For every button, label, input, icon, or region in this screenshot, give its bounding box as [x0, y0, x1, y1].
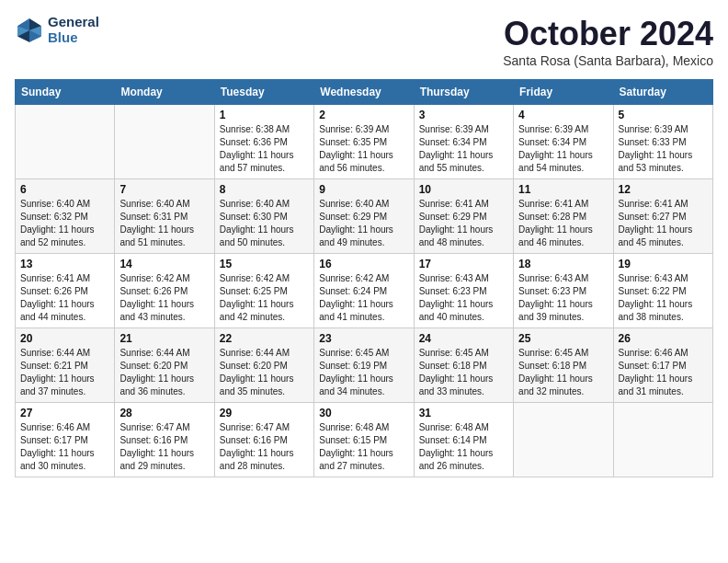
calendar-cell: 1Sunrise: 6:38 AM Sunset: 6:36 PM Daylig…	[214, 105, 313, 179]
day-info: Sunrise: 6:41 AM Sunset: 6:29 PM Dayligh…	[419, 198, 508, 249]
day-info: Sunrise: 6:40 AM Sunset: 6:32 PM Dayligh…	[20, 198, 109, 249]
day-number: 17	[419, 258, 508, 270]
calendar-cell: 16Sunrise: 6:42 AM Sunset: 6:24 PM Dayli…	[314, 254, 414, 328]
day-of-week-header: Saturday	[613, 80, 712, 105]
calendar-cell: 31Sunrise: 6:48 AM Sunset: 6:14 PM Dayli…	[414, 403, 513, 477]
day-number: 16	[319, 258, 408, 270]
logo-text: General Blue	[48, 15, 99, 45]
day-number: 26	[619, 332, 708, 345]
calendar-cell: 8Sunrise: 6:40 AM Sunset: 6:30 PM Daylig…	[214, 179, 313, 254]
title-block: October 2024 Santa Rosa (Santa Barbara),…	[503, 15, 713, 68]
logo-icon	[15, 16, 44, 45]
day-of-week-header: Friday	[514, 80, 613, 105]
page-header: General Blue October 2024 Santa Rosa (Sa…	[15, 15, 713, 68]
calendar-cell: 19Sunrise: 6:43 AM Sunset: 6:22 PM Dayli…	[613, 254, 712, 328]
day-info: Sunrise: 6:40 AM Sunset: 6:29 PM Dayligh…	[319, 198, 408, 249]
day-number: 2	[319, 109, 408, 121]
calendar-week-row: 1Sunrise: 6:38 AM Sunset: 6:36 PM Daylig…	[16, 105, 713, 179]
day-info: Sunrise: 6:38 AM Sunset: 6:36 PM Dayligh…	[220, 123, 309, 175]
day-info: Sunrise: 6:47 AM Sunset: 6:16 PM Dayligh…	[220, 421, 309, 473]
day-info: Sunrise: 6:40 AM Sunset: 6:30 PM Dayligh…	[220, 198, 309, 249]
location-subtitle: Santa Rosa (Santa Barbara), Mexico	[503, 53, 713, 68]
day-info: Sunrise: 6:44 AM Sunset: 6:20 PM Dayligh…	[119, 347, 209, 398]
day-of-week-header: Thursday	[414, 80, 513, 105]
calendar-cell: 25Sunrise: 6:45 AM Sunset: 6:18 PM Dayli…	[514, 328, 613, 403]
calendar-cell: 10Sunrise: 6:41 AM Sunset: 6:29 PM Dayli…	[414, 179, 513, 254]
calendar-week-row: 13Sunrise: 6:41 AM Sunset: 6:26 PM Dayli…	[16, 254, 713, 328]
day-number: 28	[119, 407, 209, 419]
day-number: 5	[619, 109, 708, 121]
day-number: 14	[119, 258, 209, 270]
day-number: 19	[619, 258, 708, 270]
day-info: Sunrise: 6:43 AM Sunset: 6:22 PM Dayligh…	[619, 272, 708, 324]
calendar-cell: 13Sunrise: 6:41 AM Sunset: 6:26 PM Dayli…	[16, 254, 115, 328]
day-number: 31	[419, 407, 508, 419]
day-info: Sunrise: 6:41 AM Sunset: 6:26 PM Dayligh…	[20, 272, 109, 324]
calendar-cell: 21Sunrise: 6:44 AM Sunset: 6:20 PM Dayli…	[115, 328, 214, 403]
calendar-week-row: 27Sunrise: 6:46 AM Sunset: 6:17 PM Dayli…	[16, 403, 713, 477]
day-info: Sunrise: 6:47 AM Sunset: 6:16 PM Dayligh…	[119, 421, 209, 473]
day-number: 25	[518, 332, 608, 345]
calendar-cell: 6Sunrise: 6:40 AM Sunset: 6:32 PM Daylig…	[16, 179, 115, 254]
day-number: 20	[20, 332, 109, 345]
calendar-cell	[514, 403, 613, 477]
day-number: 9	[319, 183, 408, 196]
day-number: 11	[518, 183, 608, 196]
day-number: 18	[518, 258, 608, 270]
day-number: 3	[419, 109, 508, 121]
calendar-header-row: SundayMondayTuesdayWednesdayThursdayFrid…	[16, 80, 713, 105]
logo: General Blue	[15, 15, 99, 45]
calendar-cell: 24Sunrise: 6:45 AM Sunset: 6:18 PM Dayli…	[414, 328, 513, 403]
calendar-cell	[115, 105, 214, 179]
day-info: Sunrise: 6:48 AM Sunset: 6:14 PM Dayligh…	[419, 421, 508, 473]
day-info: Sunrise: 6:40 AM Sunset: 6:31 PM Dayligh…	[119, 198, 209, 249]
calendar-cell: 17Sunrise: 6:43 AM Sunset: 6:23 PM Dayli…	[414, 254, 513, 328]
calendar-cell: 22Sunrise: 6:44 AM Sunset: 6:20 PM Dayli…	[214, 328, 313, 403]
day-info: Sunrise: 6:45 AM Sunset: 6:18 PM Dayligh…	[518, 347, 608, 398]
day-info: Sunrise: 6:46 AM Sunset: 6:17 PM Dayligh…	[20, 421, 109, 473]
day-number: 6	[20, 183, 109, 196]
calendar-cell: 26Sunrise: 6:46 AM Sunset: 6:17 PM Dayli…	[613, 328, 712, 403]
day-number: 12	[619, 183, 708, 196]
calendar-cell: 30Sunrise: 6:48 AM Sunset: 6:15 PM Dayli…	[314, 403, 414, 477]
day-info: Sunrise: 6:43 AM Sunset: 6:23 PM Dayligh…	[518, 272, 608, 324]
day-info: Sunrise: 6:44 AM Sunset: 6:21 PM Dayligh…	[20, 347, 109, 398]
day-info: Sunrise: 6:41 AM Sunset: 6:27 PM Dayligh…	[619, 198, 708, 249]
day-number: 23	[319, 332, 408, 345]
day-number: 13	[20, 258, 109, 270]
calendar-cell: 3Sunrise: 6:39 AM Sunset: 6:34 PM Daylig…	[414, 105, 513, 179]
day-info: Sunrise: 6:46 AM Sunset: 6:17 PM Dayligh…	[619, 347, 708, 398]
calendar-cell: 28Sunrise: 6:47 AM Sunset: 6:16 PM Dayli…	[115, 403, 214, 477]
day-info: Sunrise: 6:44 AM Sunset: 6:20 PM Dayligh…	[220, 347, 309, 398]
day-info: Sunrise: 6:45 AM Sunset: 6:18 PM Dayligh…	[419, 347, 508, 398]
day-info: Sunrise: 6:41 AM Sunset: 6:28 PM Dayligh…	[518, 198, 608, 249]
day-number: 10	[419, 183, 508, 196]
day-of-week-header: Sunday	[16, 80, 115, 105]
day-info: Sunrise: 6:42 AM Sunset: 6:26 PM Dayligh…	[119, 272, 209, 324]
day-info: Sunrise: 6:45 AM Sunset: 6:19 PM Dayligh…	[319, 347, 408, 398]
day-info: Sunrise: 6:42 AM Sunset: 6:25 PM Dayligh…	[220, 272, 309, 324]
month-title: October 2024	[503, 15, 713, 53]
day-of-week-header: Tuesday	[214, 80, 313, 105]
day-info: Sunrise: 6:39 AM Sunset: 6:33 PM Dayligh…	[619, 123, 708, 175]
calendar-cell: 20Sunrise: 6:44 AM Sunset: 6:21 PM Dayli…	[16, 328, 115, 403]
calendar-cell: 27Sunrise: 6:46 AM Sunset: 6:17 PM Dayli…	[16, 403, 115, 477]
calendar-cell: 9Sunrise: 6:40 AM Sunset: 6:29 PM Daylig…	[314, 179, 414, 254]
day-number: 27	[20, 407, 109, 419]
calendar-cell	[16, 105, 115, 179]
calendar-cell: 14Sunrise: 6:42 AM Sunset: 6:26 PM Dayli…	[115, 254, 214, 328]
calendar-cell: 23Sunrise: 6:45 AM Sunset: 6:19 PM Dayli…	[314, 328, 414, 403]
calendar-cell: 4Sunrise: 6:39 AM Sunset: 6:34 PM Daylig…	[514, 105, 613, 179]
calendar-cell: 29Sunrise: 6:47 AM Sunset: 6:16 PM Dayli…	[214, 403, 313, 477]
calendar-cell: 2Sunrise: 6:39 AM Sunset: 6:35 PM Daylig…	[314, 105, 414, 179]
day-number: 30	[319, 407, 408, 419]
calendar-cell: 11Sunrise: 6:41 AM Sunset: 6:28 PM Dayli…	[514, 179, 613, 254]
calendar-cell	[613, 403, 712, 477]
calendar-cell: 15Sunrise: 6:42 AM Sunset: 6:25 PM Dayli…	[214, 254, 313, 328]
calendar-cell: 7Sunrise: 6:40 AM Sunset: 6:31 PM Daylig…	[115, 179, 214, 254]
day-info: Sunrise: 6:39 AM Sunset: 6:34 PM Dayligh…	[518, 123, 608, 175]
day-info: Sunrise: 6:48 AM Sunset: 6:15 PM Dayligh…	[319, 421, 408, 473]
day-number: 1	[220, 109, 309, 121]
calendar-table: SundayMondayTuesdayWednesdayThursdayFrid…	[15, 79, 713, 477]
day-info: Sunrise: 6:43 AM Sunset: 6:23 PM Dayligh…	[419, 272, 508, 324]
